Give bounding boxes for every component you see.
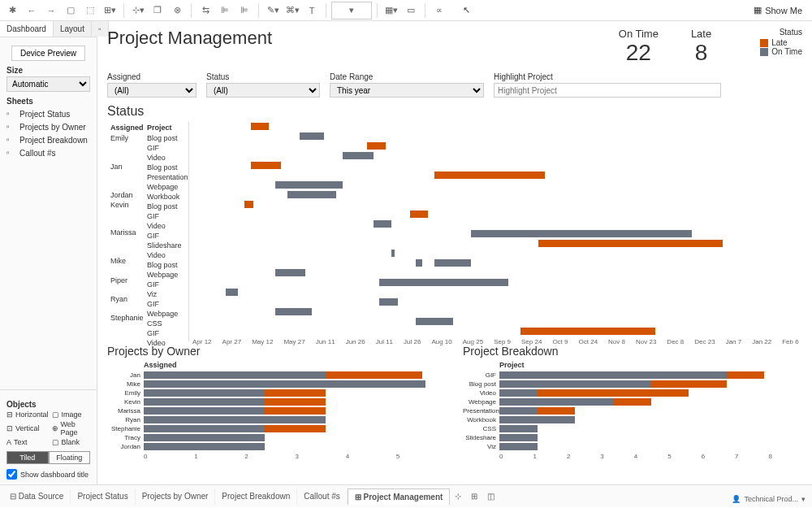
filter-assigned-select[interactable]: (All): [107, 83, 197, 98]
hbar-row[interactable]: Ryan: [107, 415, 447, 424]
gantt-bar[interactable]: [379, 298, 398, 306]
hbar-row[interactable]: GIF: [463, 371, 802, 380]
gantt-bar[interactable]: [287, 191, 336, 198]
data-source-tab[interactable]: ⊟ Data Source: [3, 488, 71, 504]
clear-icon[interactable]: ⊗: [168, 2, 186, 20]
save-icon[interactable]: ▢: [62, 2, 80, 20]
show-me-button[interactable]: ▦ Show Me: [747, 5, 809, 15]
hbar-row[interactable]: Viz: [463, 442, 802, 451]
new-dashboard-tab-icon[interactable]: ⊞: [466, 492, 482, 501]
hbar-row[interactable]: Tracy: [107, 433, 447, 442]
bottom-tab[interactable]: Callout #s: [297, 488, 347, 505]
hbar-row[interactable]: Emily: [107, 389, 447, 397]
object-image[interactable]: ▢Image: [52, 410, 90, 419]
hbar-row[interactable]: Slideshare: [463, 433, 802, 442]
gantt-bar[interactable]: [244, 201, 253, 208]
fit-select[interactable]: ▾: [331, 2, 372, 20]
gantt-bar[interactable]: [471, 230, 692, 237]
group-icon[interactable]: ⌘▾: [283, 2, 301, 20]
gantt-bar[interactable]: [300, 132, 324, 140]
floating-button[interactable]: Floating: [49, 451, 91, 464]
hbar-row[interactable]: Presentation: [463, 406, 802, 415]
gantt-bar[interactable]: [275, 181, 343, 189]
gantt-chart[interactable]: Assigned EmilyJanJordanKevinMarissaMikeP…: [107, 122, 802, 341]
duplicate-icon[interactable]: ❐: [149, 2, 166, 20]
tab-dashboard[interactable]: Dashboard: [0, 21, 54, 37]
tab-layout[interactable]: Layout: [54, 21, 92, 37]
hbar-row[interactable]: CSS: [463, 424, 802, 433]
bottom-tab[interactable]: Project Breakdown: [215, 488, 297, 505]
gantt-bar[interactable]: [251, 162, 282, 169]
gantt-bar[interactable]: [275, 308, 312, 315]
gantt-bar[interactable]: [416, 259, 422, 267]
new-story-tab-icon[interactable]: ◫: [482, 492, 499, 501]
hbar-seg-ontime: [144, 389, 265, 397]
new-data-icon[interactable]: ⬚: [81, 2, 99, 20]
sheet-item[interactable]: ▫Projects by Owner: [6, 120, 90, 133]
hbar-row[interactable]: Stephanie: [107, 424, 447, 433]
hbar-row[interactable]: Jordan: [107, 442, 447, 451]
bottom-tab[interactable]: Project Status: [71, 488, 135, 505]
show-title-checkbox[interactable]: [6, 469, 17, 480]
hbar-seg-ontime: [144, 380, 425, 388]
bottom-tab[interactable]: ⊞ Project Management: [348, 488, 451, 505]
presentation-icon[interactable]: ▭: [402, 2, 420, 20]
bottom-tab[interactable]: Projects by Owner: [136, 488, 216, 505]
object-blank[interactable]: ▢Blank: [52, 438, 90, 446]
object-horizontal[interactable]: ⊟Horizontal: [6, 410, 49, 419]
breakdown-chart[interactable]: Project GIFBlog postVideoWebpagePresenta…: [463, 361, 802, 460]
hbar-row[interactable]: Blog post: [463, 380, 802, 389]
new-worksheet-icon[interactable]: ⊹▾: [129, 2, 147, 20]
share-icon[interactable]: ∝: [430, 2, 448, 20]
filter-status-select[interactable]: (All): [206, 83, 320, 98]
size-select[interactable]: Automatic: [6, 76, 90, 92]
object-text[interactable]: AText: [6, 438, 49, 446]
gantt-bar[interactable]: [343, 152, 374, 159]
sort-desc-icon[interactable]: ⊫: [235, 2, 253, 20]
hbar-label: Workbook: [463, 416, 499, 423]
hbar-row[interactable]: Mike: [107, 380, 447, 389]
logo-icon[interactable]: ✱: [3, 2, 21, 20]
gantt-bar[interactable]: [379, 279, 508, 286]
hbar-row[interactable]: Kevin: [107, 397, 447, 406]
sheet-item[interactable]: ▫Project Breakdown: [6, 133, 90, 146]
gantt-bar[interactable]: [538, 240, 723, 247]
labels-icon[interactable]: T: [303, 2, 321, 20]
filter-date-select[interactable]: This year: [330, 83, 484, 98]
hbar-row[interactable]: Marissa: [107, 406, 447, 415]
sort-asc-icon[interactable]: ⊫: [216, 2, 234, 20]
device-preview-button[interactable]: Device Preview: [11, 46, 85, 61]
gantt-bar[interactable]: [434, 172, 545, 179]
hbar-row[interactable]: Workbook: [463, 415, 802, 424]
legend-item[interactable]: Late: [760, 38, 802, 47]
gantt-bar[interactable]: [226, 289, 238, 296]
gantt-bar[interactable]: [374, 220, 392, 228]
gantt-bar[interactable]: [367, 142, 386, 150]
object-vertical[interactable]: ⊡Vertical: [6, 420, 49, 436]
gantt-bar[interactable]: [520, 328, 655, 335]
legend-item[interactable]: On Time: [760, 47, 802, 56]
owners-chart[interactable]: Assigned JanMikeEmilyKevinMarissaRyanSte…: [107, 361, 447, 460]
gantt-bar[interactable]: [391, 250, 395, 257]
gantt-bar[interactable]: [416, 318, 452, 325]
gantt-bar[interactable]: [410, 211, 429, 218]
forward-icon[interactable]: →: [42, 2, 60, 20]
add-sheet-icon[interactable]: ⊞▾: [101, 2, 119, 20]
back-icon[interactable]: ←: [23, 2, 41, 20]
highlight-icon[interactable]: ✎▾: [264, 2, 282, 20]
filter-highlight-input[interactable]: [494, 83, 721, 98]
object-web-page[interactable]: ⊕Web Page: [52, 420, 90, 436]
swap-icon[interactable]: ⇆: [197, 2, 214, 20]
status-dropdown-icon[interactable]: ▾: [801, 495, 806, 503]
hbar-row[interactable]: Jan: [107, 371, 447, 380]
hbar-row[interactable]: Video: [463, 389, 802, 397]
hbar-row[interactable]: Webpage: [463, 397, 802, 406]
gantt-bar[interactable]: [251, 123, 270, 130]
new-worksheet-tab-icon[interactable]: ⊹: [450, 492, 466, 501]
tiled-button[interactable]: Tiled: [6, 451, 49, 464]
sheet-item[interactable]: ▫Callout #s: [6, 146, 90, 159]
cards-icon[interactable]: ▦▾: [382, 2, 400, 20]
gantt-bar[interactable]: [434, 259, 471, 267]
gantt-bar[interactable]: [275, 269, 306, 276]
sheet-item[interactable]: ▫Project Status: [6, 107, 90, 120]
